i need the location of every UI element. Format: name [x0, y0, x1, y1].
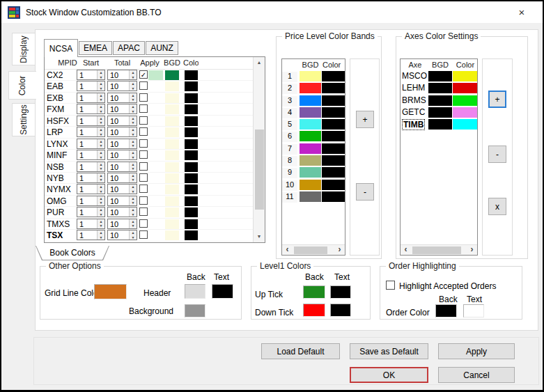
total-spinner[interactable]: 10▲▼ [107, 81, 137, 91]
total-spinner[interactable]: 10▲▼ [107, 219, 137, 229]
down-tick-text-swatch[interactable] [330, 304, 351, 317]
spinner-down-icon[interactable]: ▼ [130, 166, 137, 171]
total-spinner[interactable]: 10▲▼ [107, 196, 137, 206]
start-spinner[interactable]: 1▲▼ [77, 116, 105, 126]
axe-bgd-swatch[interactable] [428, 83, 452, 93]
background-swatch[interactable] [185, 304, 205, 317]
axe-color-swatch[interactable] [453, 95, 477, 106]
band-color-swatch[interactable] [322, 119, 345, 130]
band-bgd-swatch[interactable] [300, 143, 321, 154]
bgd-color-swatch[interactable] [165, 150, 179, 160]
start-spinner[interactable]: 1▲▼ [77, 207, 105, 217]
start-spinner[interactable]: 1▲▼ [77, 173, 105, 183]
spinner-down-icon[interactable]: ▼ [130, 132, 137, 137]
axe-bgd-swatch[interactable] [428, 95, 452, 106]
band-bgd-swatch[interactable] [300, 119, 321, 130]
spinner-down-icon[interactable]: ▼ [130, 143, 137, 148]
axe-label[interactable]: BRMS [402, 95, 426, 105]
bgd-color-swatch[interactable] [165, 104, 179, 114]
spinner-down-icon[interactable]: ▼ [98, 109, 104, 114]
apply-checkbox[interactable] [139, 127, 148, 136]
band-bgd-swatch[interactable] [300, 83, 321, 93]
scroll-right-icon[interactable]: › [334, 245, 345, 255]
spinner-down-icon[interactable]: ▼ [130, 109, 137, 114]
text-color-swatch[interactable] [185, 81, 198, 91]
band-bgd-swatch[interactable] [300, 71, 321, 81]
text-color-swatch[interactable] [185, 173, 198, 183]
bgd-color-swatch[interactable] [165, 81, 179, 91]
band-bgd-swatch[interactable] [300, 191, 321, 202]
text-color-swatch[interactable] [185, 93, 198, 103]
start-spinner[interactable]: 1▲▼ [77, 162, 105, 172]
ok-button[interactable]: OK [350, 367, 428, 383]
order-back-swatch[interactable] [435, 304, 457, 317]
axe-label[interactable]: MSCO [402, 71, 427, 81]
axes-remove-button[interactable]: - [488, 146, 506, 163]
region-tab-apac[interactable]: APAC [113, 41, 145, 55]
axe-color-swatch[interactable] [453, 71, 477, 81]
spinner-down-icon[interactable]: ▼ [98, 178, 104, 182]
apply-checkbox[interactable] [139, 104, 148, 113]
scroll-down-icon[interactable]: ▼ [254, 231, 265, 242]
side-tab-display[interactable]: Display [12, 33, 35, 65]
band-color-swatch[interactable] [322, 180, 345, 190]
text-color-swatch[interactable] [185, 150, 198, 160]
band-color-swatch[interactable] [322, 191, 345, 202]
spinner-down-icon[interactable]: ▼ [98, 86, 104, 91]
band-bgd-swatch[interactable] [300, 155, 321, 166]
spinner-down-icon[interactable]: ▼ [98, 75, 104, 80]
spinner-down-icon[interactable]: ▼ [98, 235, 104, 240]
apply-checkbox[interactable] [139, 116, 148, 125]
axe-bgd-swatch[interactable] [428, 71, 452, 81]
band-color-swatch[interactable] [322, 83, 345, 93]
bgd-color-swatch[interactable] [165, 173, 179, 183]
total-spinner[interactable]: 10▲▼ [107, 173, 137, 183]
spinner-down-icon[interactable]: ▼ [130, 75, 137, 80]
text-color-swatch[interactable] [185, 230, 198, 240]
load-default-button[interactable]: Load Default [261, 343, 340, 359]
axes-horizontal-scrollbar[interactable]: ‹ › [401, 244, 477, 255]
bgd-color-swatch[interactable] [165, 185, 179, 194]
order-text-swatch[interactable] [463, 304, 484, 317]
spinner-down-icon[interactable]: ▼ [130, 235, 137, 240]
text-color-swatch[interactable] [185, 139, 198, 149]
scrollbar-thumb[interactable] [412, 246, 461, 254]
band-color-swatch[interactable] [322, 155, 345, 166]
start-spinner[interactable]: 1▲▼ [77, 139, 105, 149]
bgd-color-swatch[interactable] [165, 219, 179, 229]
spinner-down-icon[interactable]: ▼ [130, 120, 137, 125]
scrollbar-thumb[interactable] [255, 130, 264, 210]
apply-checkbox[interactable] [139, 230, 148, 239]
start-spinner[interactable]: 1▲▼ [77, 70, 105, 80]
total-spinner[interactable]: 10▲▼ [107, 230, 137, 240]
band-color-swatch[interactable] [322, 107, 345, 118]
scroll-up-icon[interactable]: ▲ [254, 57, 265, 68]
apply-checkbox[interactable] [139, 207, 148, 216]
spinner-down-icon[interactable]: ▼ [130, 201, 137, 205]
region-tab-ncsa[interactable]: NCSA [44, 39, 78, 57]
band-color-swatch[interactable] [322, 143, 345, 154]
axe-label[interactable]: GETC [402, 107, 425, 117]
start-spinner[interactable]: 1▲▼ [77, 104, 105, 114]
band-bgd-swatch[interactable] [300, 95, 321, 106]
header-back-swatch[interactable] [185, 284, 205, 299]
band-color-swatch[interactable] [322, 131, 345, 141]
band-bgd-swatch[interactable] [300, 131, 321, 141]
text-color-swatch[interactable] [185, 127, 198, 137]
apply-button[interactable]: Apply [438, 343, 515, 359]
total-spinner[interactable]: 10▲▼ [107, 207, 137, 217]
scroll-left-icon[interactable]: ‹ [401, 245, 411, 255]
band-bgd-swatch[interactable] [300, 180, 321, 190]
side-tab-color[interactable]: Color [8, 71, 36, 100]
start-spinner[interactable]: 1▲▼ [77, 196, 105, 206]
axe-color-swatch[interactable] [453, 107, 477, 118]
bgd-color-swatch[interactable] [165, 127, 179, 137]
bgd-color-swatch[interactable] [165, 93, 179, 103]
spinner-down-icon[interactable]: ▼ [98, 224, 104, 228]
band-color-swatch[interactable] [322, 71, 345, 81]
apply-checkbox[interactable] [139, 139, 148, 148]
start-spinner[interactable]: 1▲▼ [77, 184, 105, 194]
close-icon[interactable]: × [513, 4, 530, 19]
axe-bgd-swatch[interactable] [428, 107, 452, 118]
band-color-swatch[interactable] [322, 95, 345, 106]
